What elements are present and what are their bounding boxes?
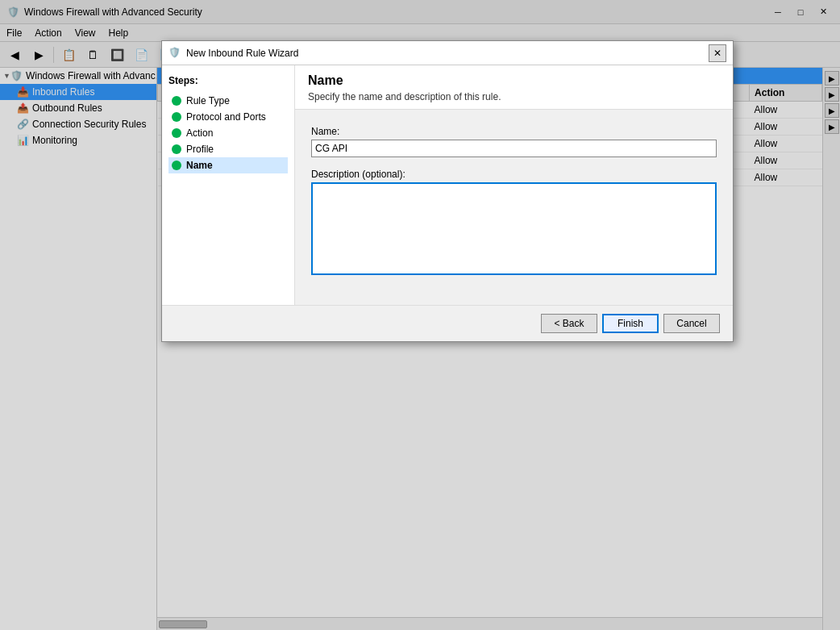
main-panel: Name Specify the name and description of…: [295, 65, 733, 305]
step-rule-type: Rule Type: [168, 93, 288, 109]
steps-title: Steps:: [168, 75, 288, 86]
desc-label: Description (optional):: [311, 169, 717, 180]
step-dot-action: [172, 128, 181, 138]
new-inbound-rule-dialog: 🛡️ New Inbound Rule Wizard ✕ Steps: Rule…: [161, 40, 734, 342]
dialog-title: New Inbound Rule Wizard: [186, 48, 709, 59]
dialog-icon: 🛡️: [168, 47, 181, 60]
dialog-overlay: 🛡️ New Inbound Rule Wizard ✕ Steps: Rule…: [0, 0, 840, 630]
name-form-group: Name:: [311, 126, 717, 157]
dialog-footer: < Back Finish Cancel: [162, 305, 733, 341]
step-label-name: Name: [186, 160, 213, 171]
dialog-title-bar: 🛡️ New Inbound Rule Wizard ✕: [162, 41, 733, 65]
step-protocol-ports: Protocol and Ports: [168, 109, 288, 125]
back-button[interactable]: < Back: [541, 314, 597, 333]
desc-form-group: Description (optional):: [311, 169, 717, 277]
step-label-protocol-ports: Protocol and Ports: [186, 111, 266, 123]
dialog-body: Steps: Rule Type Protocol and Ports Acti…: [162, 65, 733, 305]
cancel-button[interactable]: Cancel: [663, 314, 720, 333]
finish-button[interactable]: Finish: [602, 314, 659, 333]
name-label: Name:: [311, 126, 717, 137]
steps-panel: Steps: Rule Type Protocol and Ports Acti…: [162, 65, 295, 305]
dialog-close-button[interactable]: ✕: [709, 44, 726, 62]
step-action: Action: [168, 125, 288, 141]
step-profile: Profile: [168, 141, 288, 157]
step-name: Name: [168, 157, 288, 173]
step-label-action: Action: [186, 127, 213, 139]
main-panel-content: Name: Description (optional):: [295, 110, 733, 305]
desc-textarea[interactable]: [311, 182, 717, 275]
step-dot-rule-type: [172, 96, 181, 106]
page-title: Name: [308, 73, 720, 88]
step-label-rule-type: Rule Type: [186, 95, 230, 106]
step-dot-profile: [172, 144, 181, 154]
page-desc: Specify the name and description of this…: [308, 91, 720, 102]
step-label-profile: Profile: [186, 144, 214, 155]
main-panel-header: Name Specify the name and description of…: [295, 65, 733, 110]
name-input[interactable]: [311, 140, 717, 157]
step-dot-protocol-ports: [172, 112, 181, 122]
step-dot-name: [172, 161, 181, 170]
